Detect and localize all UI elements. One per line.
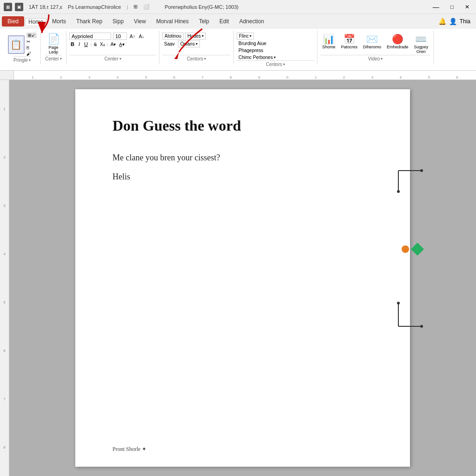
- menu-telp[interactable]: Telp: [194, 16, 214, 26]
- hudes-dropdown[interactable]: Hudes▾: [185, 33, 206, 40]
- title-bar-mode: ⊞: [133, 4, 138, 10]
- svg-point-5: [420, 169, 423, 172]
- menu-file[interactable]: Bied: [2, 16, 24, 26]
- scroll-area: Don Guess the word Me clane you bren you…: [9, 80, 476, 476]
- gem-shapes: [402, 243, 424, 256]
- svg-point-8: [397, 302, 400, 304]
- title-bar-doc: Porerwpholius Eny(G-MC; 1003): [165, 4, 238, 10]
- menu-edit[interactable]: Edit: [215, 16, 234, 26]
- menu-home[interactable]: Home: [25, 18, 46, 25]
- clipboard-expand[interactable]: ▾: [29, 58, 31, 62]
- oslans-dropdown[interactable]: Oslans▾: [178, 40, 200, 47]
- document-answer: Helis: [112, 172, 373, 182]
- app-icon-1[interactable]: ▦: [4, 3, 12, 11]
- phagepress-btn[interactable]: Phagepress: [237, 47, 265, 53]
- user-name: Thia: [460, 18, 470, 25]
- title-bar-icons: ▦ ▣: [4, 3, 23, 11]
- font-name-input[interactable]: Ayprioled: [69, 33, 111, 40]
- svg-point-9: [420, 325, 423, 328]
- underline-btn[interactable]: U: [83, 41, 89, 47]
- maximize-btn[interactable]: □: [448, 4, 456, 10]
- clipboard-icon: 📋: [8, 35, 25, 54]
- side-ruler: 12345678: [0, 80, 9, 476]
- main-area: 12345678 Don Guess the word Me clane you…: [0, 80, 476, 476]
- document-page: Don Guess the word Me clane you bren you…: [75, 89, 410, 467]
- title-bar-mode2: ⬜: [143, 4, 150, 10]
- video-label: Video ▾: [320, 55, 430, 62]
- ribbon-full: 📋 ⊞↙ ✂ ⎘ 🖌 Pringle ▾ 📄 Page Ledp: [4, 31, 472, 64]
- clipboard-label: Pringle ▾: [13, 56, 31, 64]
- copy-btn[interactable]: ⎘: [26, 45, 37, 50]
- diheromo-btn[interactable]: ✉️ Diheromo: [361, 33, 383, 50]
- menu-bar: Bied Home Morts Thark Rep Sipp View Morv…: [0, 14, 476, 29]
- ruler-corner: [0, 71, 14, 80]
- svg-point-4: [397, 190, 400, 193]
- page-label: Center ▾: [45, 55, 62, 62]
- paste-sub-btn[interactable]: ⊞↙: [26, 33, 37, 38]
- font-shrink-btn[interactable]: A↓: [138, 33, 145, 40]
- title-bar-divider: |: [126, 4, 128, 10]
- user-icon[interactable]: 👤: [449, 18, 457, 25]
- centors-label: Centors ▾: [162, 55, 231, 62]
- cut-btn[interactable]: ✂: [26, 39, 37, 44]
- title-bar: ▦ ▣ 1ÄT 18,τ 127,ε Ps LearmunapChirolice…: [0, 0, 476, 14]
- shape-bracket-top: [396, 168, 424, 195]
- menu-morts[interactable]: Morts: [47, 16, 71, 26]
- subscript-btn[interactable]: X₂: [99, 41, 106, 47]
- bold-btn[interactable]: B: [69, 41, 76, 47]
- page-btn[interactable]: 📄 Page Ledp: [47, 33, 60, 54]
- notification-icon[interactable]: 🔔: [438, 18, 446, 25]
- font-size-input[interactable]: 10: [113, 33, 127, 40]
- brurding-btn[interactable]: Brurding Aiue: [237, 40, 268, 46]
- shape-bracket-bottom: [396, 298, 424, 330]
- ruler: 1234567890123456: [0, 71, 476, 80]
- centors2-label: Centors ▾: [237, 60, 314, 68]
- sugpey-btn[interactable]: ⌨️ Sugpey Oren: [412, 33, 430, 55]
- format-btn[interactable]: 🖌: [26, 51, 37, 56]
- highlight-btn[interactable]: A̲▾: [118, 41, 126, 47]
- menu-morval[interactable]: Morval Hines: [152, 16, 193, 26]
- font-section-label: Center ▾: [69, 55, 156, 62]
- document-footer: Pront Shorle ✦: [112, 446, 146, 453]
- clipboard-btn[interactable]: 📋: [8, 35, 25, 54]
- ribbon: 📋 ⊞↙ ✂ ⎘ 🖌 Pringle ▾ 📄 Page Ledp: [0, 29, 476, 71]
- center-label-text: Center: [45, 56, 59, 61]
- saav-btn[interactable]: Saav: [162, 41, 177, 47]
- title-bar-nums: 1ÄT 18,τ 127,ε: [29, 4, 62, 10]
- document-question: Me clane you bren your cissest?: [112, 153, 373, 163]
- italic-btn[interactable]: I: [77, 41, 81, 47]
- menu-thark[interactable]: Thark Rep: [72, 16, 107, 26]
- title-bar-app: Ps LearmunapChirolice: [68, 4, 121, 10]
- chimc-dropdown[interactable]: Chimc Perbones▾: [237, 54, 278, 60]
- close-btn[interactable]: ✕: [462, 4, 472, 10]
- menu-sipp[interactable]: Sipp: [108, 16, 128, 26]
- app-icon-2[interactable]: ▣: [15, 3, 23, 11]
- font-color-btn[interactable]: A▾: [110, 41, 117, 47]
- minimize-btn[interactable]: —: [430, 3, 442, 11]
- shome-btn[interactable]: 📊 Shome: [320, 33, 337, 50]
- patocres-btn[interactable]: 📅 Patocres: [339, 33, 360, 50]
- menu-adnection[interactable]: Adnection: [235, 16, 269, 26]
- emhedrade-btn[interactable]: 🔴 Emhedrade: [385, 33, 410, 50]
- font-grow-btn[interactable]: A↑: [129, 33, 136, 40]
- document-title: Don Guess the word: [112, 117, 373, 134]
- ruler-horizontal: 1234567890123456: [14, 71, 476, 80]
- alotinou-btn[interactable]: Alotinou: [162, 33, 184, 40]
- flinc-dropdown[interactable]: Flinc▾: [237, 33, 254, 40]
- menu-view[interactable]: View: [129, 16, 151, 26]
- strikethrough-btn[interactable]: S̶: [93, 41, 98, 47]
